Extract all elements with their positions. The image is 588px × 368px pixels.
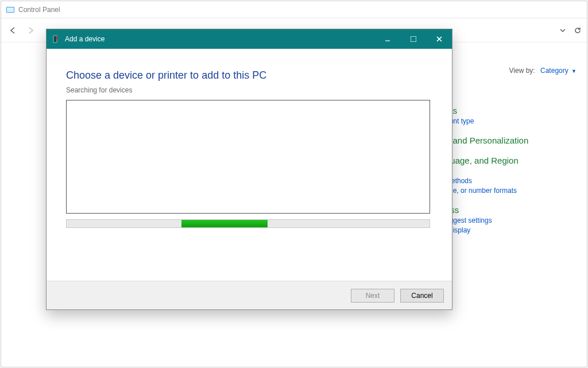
category-link[interactable]: ount type — [446, 117, 578, 125]
category-link[interactable]: ime, or number formats — [446, 187, 578, 195]
minimize-button[interactable] — [374, 29, 400, 49]
svg-rect-3 — [56, 36, 57, 40]
refresh-button[interactable] — [572, 25, 583, 36]
dialog-titlebar[interactable]: Add a device — [47, 29, 452, 49]
cancel-button[interactable]: Cancel — [400, 289, 444, 303]
dialog-title: Add a device — [65, 35, 105, 43]
view-by-label: View by: — [509, 67, 535, 75]
category-column: nts ount type e and Personalization guag… — [446, 95, 578, 236]
svg-rect-1 — [7, 7, 14, 12]
window-titlebar[interactable]: Control Panel — [1, 1, 587, 18]
progress-bar-fill — [181, 220, 268, 227]
nav-back-button[interactable] — [5, 22, 22, 39]
chevron-down-icon: ▼ — [571, 68, 577, 74]
category-link[interactable]: l display — [446, 226, 578, 234]
device-icon — [51, 34, 60, 44]
view-by-control[interactable]: View by: Category ▼ — [509, 67, 577, 75]
category-title[interactable]: nts — [446, 106, 578, 115]
next-button: Next — [351, 289, 394, 303]
nav-forward-button[interactable] — [22, 22, 39, 39]
svg-rect-2 — [53, 36, 57, 42]
search-progress — [66, 219, 430, 228]
category-title[interactable]: ess — [446, 205, 578, 215]
dialog-status-text: Searching for devices — [66, 86, 432, 94]
view-by-value[interactable]: Category — [540, 67, 568, 75]
category-link[interactable]: methods — [446, 177, 578, 185]
dialog-heading: Choose a device or printer to add to thi… — [66, 69, 432, 82]
dialog-content: Choose a device or printer to add to thi… — [47, 49, 452, 281]
window-title: Control Panel — [18, 6, 60, 14]
category-title[interactable]: guage, and Region — [446, 156, 578, 165]
window-buttons — [374, 29, 452, 49]
close-button[interactable] — [426, 29, 452, 49]
dialog-footer: Next Cancel — [47, 281, 452, 309]
address-history-button[interactable] — [557, 25, 568, 36]
category-link[interactable]: uggest settings — [446, 216, 578, 224]
control-panel-icon — [6, 5, 15, 14]
category-title[interactable]: e and Personalization — [446, 135, 578, 145]
maximize-button[interactable] — [400, 29, 426, 49]
device-list[interactable] — [66, 100, 430, 214]
category-link[interactable]: e — [446, 167, 578, 175]
add-device-dialog: Add a device Choose a device or printer … — [46, 29, 452, 310]
